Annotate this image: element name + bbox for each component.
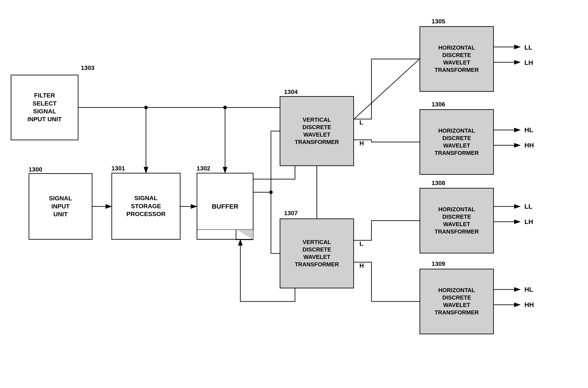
- vdwt-bottom-box: VERTICAL DISCRETE WAVELET TRANSFORMER: [280, 218, 354, 288]
- signal-input-box: SIGNAL INPUT UNIT: [29, 173, 92, 240]
- hdwt-1309-box: HORIZONTAL DISCRETE WAVELET TRANSFORMER: [419, 269, 494, 334]
- buffer-dogear: [197, 229, 253, 240]
- L-top-label: L: [359, 119, 363, 126]
- signal-storage-box: SIGNAL STORAGE PROCESSOR: [111, 173, 180, 240]
- hdwt-1308-box: HORIZONTAL DISCRETE WAVELET TRANSFORMER: [419, 188, 494, 253]
- vdwt-top-label: VERTICAL DISCRETE WAVELET TRANSFORMER: [295, 116, 339, 146]
- svg-point-6: [223, 106, 227, 109]
- ll-1305-label: LL: [524, 44, 533, 51]
- diagram: FILTER SELECT SIGNAL INPUT UNIT SIGNAL I…: [0, 0, 588, 388]
- ref-1305: 1305: [432, 18, 445, 25]
- hdwt-1308-label: HORIZONTAL DISCRETE WAVELET TRANSFORMER: [435, 206, 479, 235]
- svg-point-4: [144, 106, 148, 109]
- signal-storage-label: SIGNAL STORAGE PROCESSOR: [126, 194, 166, 218]
- hl-1309-label: HL: [524, 286, 533, 293]
- ref-1306: 1306: [432, 101, 445, 108]
- H-bot-label: H: [359, 262, 364, 269]
- L-bot-label: L: [359, 240, 363, 247]
- lh-1308-label: LH: [524, 218, 533, 225]
- lh-1305-label: LH: [524, 59, 533, 66]
- ref-1307: 1307: [284, 210, 298, 217]
- ref-1308: 1308: [432, 180, 445, 187]
- ref-1309: 1309: [432, 260, 445, 267]
- hdwt-1305-label: HORIZONTAL DISCRETE WAVELET TRANSFORMER: [435, 44, 479, 74]
- hdwt-1306-label: HORIZONTAL DISCRETE WAVELET TRANSFORMER: [435, 127, 479, 157]
- hl-1306-label: HL: [524, 126, 533, 134]
- ref-1301: 1301: [111, 165, 125, 172]
- signal-input-label: SIGNAL INPUT UNIT: [49, 194, 72, 218]
- ref-1302: 1302: [197, 165, 210, 172]
- filter-select-box: FILTER SELECT SIGNAL INPUT UNIT: [11, 75, 78, 140]
- ref-1303: 1303: [81, 64, 94, 72]
- vdwt-top-box: VERTICAL DISCRETE WAVELET TRANSFORMER: [280, 96, 354, 166]
- hh-1306-label: HH: [524, 142, 534, 149]
- svg-line-18: [354, 59, 419, 119]
- vdwt-bottom-label: VERTICAL DISCRETE WAVELET TRANSFORMER: [295, 239, 339, 268]
- hh-1309-label: HH: [524, 301, 534, 309]
- hdwt-1305-box: HORIZONTAL DISCRETE WAVELET TRANSFORMER: [419, 26, 494, 92]
- filter-select-label: FILTER SELECT SIGNAL INPUT UNIT: [27, 92, 62, 123]
- ref-1300: 1300: [29, 166, 42, 173]
- ref-1304: 1304: [284, 89, 298, 96]
- ll-1308-label: LL: [524, 203, 533, 210]
- hdwt-1306-box: HORIZONTAL DISCRETE WAVELET TRANSFORMER: [419, 109, 494, 175]
- buffer-label: BUFFER: [212, 202, 238, 211]
- svg-point-15: [269, 191, 273, 194]
- hdwt-1309-label: HORIZONTAL DISCRETE WAVELET TRANSFORMER: [435, 287, 479, 316]
- H-top-label: H: [359, 140, 364, 147]
